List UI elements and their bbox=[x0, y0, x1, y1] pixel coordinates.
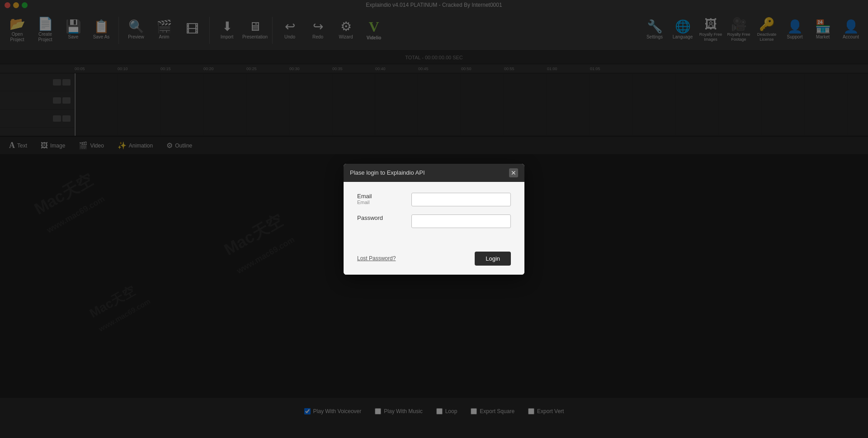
email-label: Email bbox=[357, 193, 402, 200]
email-sublabel: Email bbox=[357, 200, 402, 205]
modal-header: Plase login to Explaindio API ✕ bbox=[344, 164, 524, 182]
lost-password-link[interactable]: Lost Password? bbox=[357, 255, 396, 262]
modal-close-button[interactable]: ✕ bbox=[509, 168, 518, 177]
modal-footer: Lost Password? Login bbox=[344, 247, 524, 275]
password-label-group: Password bbox=[357, 214, 402, 221]
email-label-group: Email Email bbox=[357, 193, 402, 205]
email-row: Email Email bbox=[357, 193, 511, 206]
email-input[interactable] bbox=[411, 193, 511, 206]
modal-body: Email Email Password bbox=[344, 182, 524, 247]
password-label: Password bbox=[357, 214, 402, 221]
password-row: Password bbox=[357, 214, 511, 228]
login-modal: Plase login to Explaindio API ✕ Email Em… bbox=[344, 164, 524, 275]
password-input[interactable] bbox=[411, 214, 511, 228]
login-button[interactable]: Login bbox=[475, 252, 511, 266]
modal-title: Plase login to Explaindio API bbox=[350, 169, 425, 176]
modal-overlay: Plase login to Explaindio API ✕ Email Em… bbox=[0, 0, 868, 438]
